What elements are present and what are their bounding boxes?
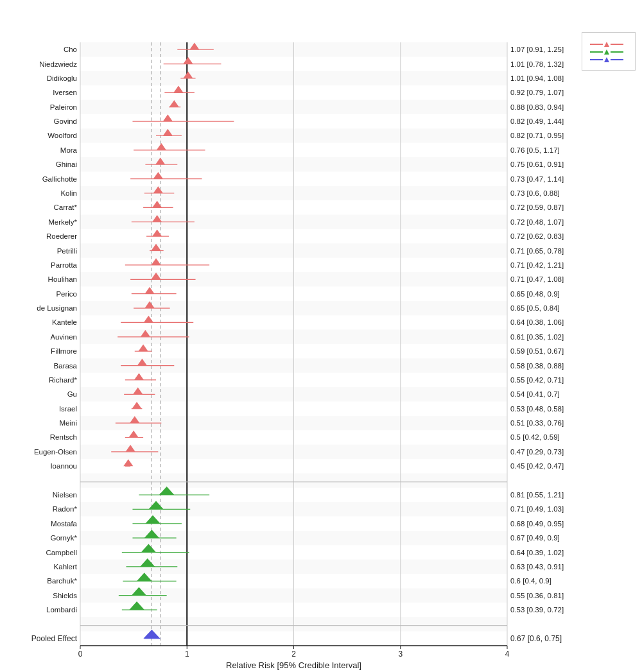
svg-text:0.65 [0.5, 0.84]: 0.65 [0.5, 0.84] bbox=[510, 304, 560, 312]
svg-text:0.88 [0.83, 0.94]: 0.88 [0.83, 0.94] bbox=[510, 103, 564, 111]
svg-text:Fillmore: Fillmore bbox=[51, 347, 77, 355]
svg-marker-158 bbox=[145, 515, 160, 524]
svg-text:0.75 [0.61, 0.91]: 0.75 [0.61, 0.91] bbox=[510, 160, 564, 168]
svg-text:Kahlert: Kahlert bbox=[54, 563, 78, 571]
svg-text:0.64 [0.39, 1.02]: 0.64 [0.39, 1.02] bbox=[510, 549, 564, 556]
svg-text:0.6 [0.4, 0.9]: 0.6 [0.4, 0.9] bbox=[510, 577, 551, 585]
svg-text:Mostafa: Mostafa bbox=[51, 520, 78, 528]
svg-text:0.92 [0.79, 1.07]: 0.92 [0.79, 1.07] bbox=[510, 89, 564, 96]
svg-text:Ioannou: Ioannou bbox=[50, 462, 77, 470]
svg-text:Nielsen: Nielsen bbox=[53, 491, 77, 499]
svg-text:Niedzwiedz: Niedzwiedz bbox=[39, 60, 77, 68]
svg-text:0.55 [0.36, 0.81]: 0.55 [0.36, 0.81] bbox=[510, 592, 564, 599]
svg-marker-114 bbox=[139, 344, 148, 351]
svg-text:Rentsch: Rentsch bbox=[50, 433, 77, 441]
svg-text:0.72 [0.48, 1.07]: 0.72 [0.48, 1.07] bbox=[510, 218, 564, 226]
svg-text:0.71 [0.42, 1.21]: 0.71 [0.42, 1.21] bbox=[510, 261, 564, 269]
chart-area: Cho1.07 [0.91, 1.25]Niedzwiedz1.01 [0.78… bbox=[0, 15, 642, 672]
svg-text:0.45 [0.42, 0.47]: 0.45 [0.42, 0.47] bbox=[510, 462, 564, 470]
svg-text:Govind: Govind bbox=[54, 117, 77, 125]
svg-text:Houlihan: Houlihan bbox=[48, 275, 77, 283]
svg-text:Kantele: Kantele bbox=[52, 318, 77, 326]
svg-text:Woolford: Woolford bbox=[48, 132, 77, 139]
svg-text:Petrilli: Petrilli bbox=[57, 247, 77, 255]
svg-marker-174 bbox=[137, 573, 152, 581]
svg-text:0.63 [0.43, 0.91]: 0.63 [0.43, 0.91] bbox=[510, 563, 564, 571]
svg-text:0: 0 bbox=[78, 650, 83, 659]
svg-text:0.67 [0.49, 0.9]: 0.67 [0.49, 0.9] bbox=[510, 534, 560, 542]
svg-marker-146 bbox=[123, 459, 133, 466]
chart-container: Cho1.07 [0.91, 1.25]Niedzwiedz1.01 [0.78… bbox=[0, 0, 642, 672]
svg-text:Parrotta: Parrotta bbox=[51, 261, 78, 269]
svg-text:Gallichotte: Gallichotte bbox=[42, 175, 77, 183]
svg-text:0.82 [0.71, 0.95]: 0.82 [0.71, 0.95] bbox=[510, 132, 564, 139]
svg-text:3: 3 bbox=[398, 650, 403, 659]
svg-text:0.58 [0.38, 0.88]: 0.58 [0.38, 0.88] bbox=[510, 362, 564, 370]
svg-text:Gornyk*: Gornyk* bbox=[50, 534, 77, 542]
svg-text:Lombardi: Lombardi bbox=[46, 606, 77, 614]
svg-text:Auvinen: Auvinen bbox=[50, 333, 77, 341]
svg-text:0.68 [0.49, 0.95]: 0.68 [0.49, 0.95] bbox=[510, 520, 564, 528]
svg-text:0.72 [0.59, 0.87]: 0.72 [0.59, 0.87] bbox=[510, 203, 564, 211]
svg-text:0.73 [0.6, 0.88]: 0.73 [0.6, 0.88] bbox=[510, 189, 560, 197]
svg-text:Pooled Effect: Pooled Effect bbox=[31, 634, 78, 643]
svg-text:0.51 [0.33, 0.76]: 0.51 [0.33, 0.76] bbox=[510, 419, 564, 427]
svg-text:Merkely*: Merkely* bbox=[48, 218, 77, 226]
svg-marker-138 bbox=[129, 431, 139, 438]
svg-text:de Lusignan: de Lusignan bbox=[37, 304, 77, 312]
svg-text:0.5 [0.42, 0.59]: 0.5 [0.42, 0.59] bbox=[510, 433, 560, 441]
svg-marker-82 bbox=[152, 229, 162, 236]
svg-marker-50 bbox=[163, 114, 173, 121]
svg-text:Richard*: Richard* bbox=[49, 376, 78, 384]
svg-text:0.67 [0.6, 0.75]: 0.67 [0.6, 0.75] bbox=[510, 634, 562, 643]
svg-marker-166 bbox=[141, 544, 156, 553]
svg-marker-150 bbox=[159, 487, 174, 495]
svg-text:1.01 [0.78, 1.32]: 1.01 [0.78, 1.32] bbox=[510, 60, 564, 68]
svg-marker-42 bbox=[173, 86, 183, 93]
svg-text:Perico: Perico bbox=[56, 290, 77, 298]
svg-text:Relative Risk [95% Credible In: Relative Risk [95% Credible Interval] bbox=[226, 660, 361, 670]
svg-marker-122 bbox=[134, 373, 144, 380]
svg-text:Didikoglu: Didikoglu bbox=[47, 74, 77, 82]
svg-text:0.53 [0.48, 0.58]: 0.53 [0.48, 0.58] bbox=[510, 405, 564, 413]
svg-text:4: 4 bbox=[505, 650, 510, 659]
svg-text:0.81 [0.55, 1.21]: 0.81 [0.55, 1.21] bbox=[510, 491, 564, 499]
svg-text:2: 2 bbox=[291, 650, 296, 659]
svg-text:Barchuk*: Barchuk* bbox=[47, 577, 77, 585]
svg-text:0.71 [0.47, 1.08]: 0.71 [0.47, 1.08] bbox=[510, 275, 564, 283]
svg-text:0.73 [0.47, 1.14]: 0.73 [0.47, 1.14] bbox=[510, 175, 564, 183]
svg-text:0.64 [0.38, 1.06]: 0.64 [0.38, 1.06] bbox=[510, 318, 564, 326]
svg-text:0.71 [0.49, 1.03]: 0.71 [0.49, 1.03] bbox=[510, 505, 564, 513]
svg-text:Mora: Mora bbox=[60, 146, 78, 154]
svg-text:Carrat*: Carrat* bbox=[54, 203, 78, 211]
svg-marker-90 bbox=[152, 258, 161, 265]
svg-text:Cho: Cho bbox=[64, 46, 77, 53]
svg-text:Eugen-Olsen: Eugen-Olsen bbox=[34, 448, 77, 456]
svg-text:0.47 [0.29, 0.73]: 0.47 [0.29, 0.73] bbox=[510, 448, 564, 456]
svg-text:Radon*: Radon* bbox=[53, 505, 78, 513]
svg-marker-130 bbox=[132, 402, 142, 409]
svg-text:Shields: Shields bbox=[53, 592, 77, 599]
svg-marker-58 bbox=[157, 143, 166, 150]
svg-text:0.55 [0.42, 0.71]: 0.55 [0.42, 0.71] bbox=[510, 376, 564, 384]
svg-text:Paleiron: Paleiron bbox=[50, 103, 77, 111]
svg-text:Iversen: Iversen bbox=[53, 89, 77, 96]
svg-marker-182 bbox=[129, 601, 144, 610]
svg-text:0.53 [0.39, 0.72]: 0.53 [0.39, 0.72] bbox=[510, 606, 564, 614]
svg-marker-66 bbox=[153, 172, 163, 179]
svg-text:Meini: Meini bbox=[60, 419, 77, 427]
svg-text:1.01 [0.94, 1.08]: 1.01 [0.94, 1.08] bbox=[510, 74, 564, 82]
svg-text:Roederer: Roederer bbox=[46, 232, 77, 240]
svg-text:0.76 [0.5, 1.17]: 0.76 [0.5, 1.17] bbox=[510, 146, 560, 154]
svg-text:1.07 [0.91, 1.25]: 1.07 [0.91, 1.25] bbox=[510, 46, 564, 53]
svg-text:0.71 [0.65, 0.78]: 0.71 [0.65, 0.78] bbox=[510, 247, 564, 255]
svg-text:0.82 [0.49, 1.44]: 0.82 [0.49, 1.44] bbox=[510, 117, 564, 125]
svg-marker-98 bbox=[145, 287, 155, 294]
svg-text:0.65 [0.48, 0.9]: 0.65 [0.48, 0.9] bbox=[510, 290, 560, 298]
svg-text:Campbell: Campbell bbox=[46, 549, 77, 556]
svg-text:0.61 [0.35, 1.02]: 0.61 [0.35, 1.02] bbox=[510, 333, 564, 341]
svg-text:1: 1 bbox=[185, 650, 189, 659]
svg-text:Ghinai: Ghinai bbox=[56, 160, 77, 168]
svg-text:Barasa: Barasa bbox=[54, 362, 78, 370]
svg-text:0.54 [0.41, 0.7]: 0.54 [0.41, 0.7] bbox=[510, 390, 560, 398]
